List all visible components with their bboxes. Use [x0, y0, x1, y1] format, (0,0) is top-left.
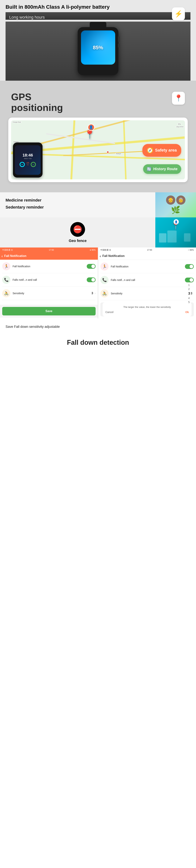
right-nav-title: Fall Notification — [103, 254, 124, 258]
reminder-image: 👴 👵 🌿 — [155, 192, 196, 217]
left-save-button[interactable]: Save — [2, 307, 95, 315]
right-time: 17:50 — [147, 249, 152, 251]
gps-icon-wrap: 📍 — [172, 92, 185, 105]
geo-fence-section: ⛔ Geo fence 📍 👤 — [0, 217, 196, 248]
right-back-arrow[interactable]: ‹ — [100, 254, 101, 258]
watch-date: WED 7/28 — [24, 158, 31, 159]
sens-num-1[interactable]: 1 — [188, 283, 190, 286]
left-nav-title: Fall Notification — [4, 254, 26, 258]
left-phone: 中国联通 令 17:50 ● 96% ‹ Fall Notification 🏃 — [0, 248, 98, 319]
fall-down-section: Save Fall down sensitivity adjustable — [0, 318, 196, 335]
sensitivity-icon: 🚴 — [2, 289, 10, 297]
geo-fence-label: Geo fence — [69, 239, 87, 243]
medicine-reminder: Medicine reminder — [5, 198, 150, 203]
popup-text: The larger the value, the lower the sens… — [105, 305, 189, 309]
right-carrier: 中国联通 令 — [101, 249, 111, 251]
right-fall-notif-label: Fall Notification — [111, 265, 185, 268]
fall-down-description: Save Fall down sensitivity adjustable — [5, 324, 191, 330]
left-sensitivity-value: 3 — [91, 291, 93, 295]
right-battery: ○ 66% — [188, 249, 194, 251]
sedentary-reminder: Sedentary reminder — [5, 205, 150, 210]
left-falls-call-item: 📞 Falls notif...n and call — [2, 273, 95, 287]
location-pin-icon: 📍 — [174, 94, 183, 102]
watch-overlay: 18:46 WED 7/28 80 118 76 24 — [13, 143, 43, 178]
working-hours-label: Long working hours — [9, 15, 45, 20]
left-fall-notif-label: Fall Notification — [12, 265, 87, 268]
geo-fence-icon: ⛔ — [73, 225, 82, 234]
right-phone: 中国联通 令 17:50 ○ 66% ‹ Fall Notification 🏃 — [98, 248, 196, 319]
watch-time: 18:46 — [23, 153, 33, 158]
battery-section: Built in 800mAh Class A li-polymer batte… — [0, 0, 196, 81]
ring-3: 24 — [31, 162, 36, 167]
right-falls-call-toggle[interactable] — [185, 278, 194, 282]
right-sensitivity-value: 3 — [191, 292, 192, 295]
history-route-button[interactable]: 🔄 History Route — [143, 164, 181, 174]
left-falls-call-label: Falls notif...n and call — [12, 278, 87, 281]
geo-text: ⛔ Geo fence — [0, 217, 155, 248]
right-fall-notif-item: 🏃 Fall Notification — [101, 260, 194, 273]
fall-notification-section: 中国联通 令 17:50 ● 96% ‹ Fall Notification 🏃 — [0, 248, 196, 319]
sensitivity-popup-overlay: The larger the value, the lower the sens… — [101, 303, 194, 316]
right-sensitivity-icon: 🚴 — [101, 289, 109, 298]
popup-cancel-button[interactable]: Cancel — [105, 311, 114, 314]
battery-icon-wrap: ⚡ — [172, 7, 185, 20]
right-falls-call-item: 📞 Falls notif...n and call — [101, 273, 194, 287]
watch-image: 85% — [66, 25, 130, 77]
right-fall-notif-icon: 🏃 — [101, 262, 109, 271]
popup-actions: Cancel Ok — [105, 311, 189, 314]
left-sensitivity-label: Sensitivity — [12, 292, 91, 295]
map-pin: 📍 — [84, 129, 95, 140]
map-user-avatar: 👤 — [88, 124, 95, 131]
right-sensitivity-label: Sensitivity — [111, 292, 191, 295]
left-carrier: 中国联通 令 — [2, 249, 13, 251]
left-battery: ● 96% — [90, 249, 95, 251]
left-falls-call-toggle[interactable] — [87, 277, 95, 282]
gps-title: GPS positioning — [11, 92, 66, 113]
left-time: 17:50 — [49, 249, 54, 251]
right-status-bar: 中国联通 令 17:50 ○ 66% — [98, 248, 196, 252]
reminder-section: Medicine reminder Sedentary reminder 👴 👵… — [0, 192, 196, 217]
geo-fence-image: 📍 👤 — [155, 217, 196, 248]
battery-title: Built in 800mAh Class A li-polymer batte… — [5, 4, 191, 10]
left-status-bar: 中国联通 令 17:50 ● 96% — [0, 248, 98, 252]
fall-detection-title-section: Fall down detection — [0, 335, 196, 354]
gps-section: GPS positioning 📍 Chenglu Road — [0, 81, 196, 192]
history-route-label: History Route — [153, 167, 177, 171]
left-notification-list: 🏃 Fall Notification 📞 Falls notif...n an… — [0, 260, 98, 305]
sens-num-3[interactable]: 3 — [188, 291, 190, 295]
left-sensitivity-item: 🚴 Sensitivity 3 › — [2, 287, 95, 300]
geo-fence-icon-circle: ⛔ — [70, 222, 85, 237]
left-fall-notif-item: 🏃 Fall Notification — [2, 260, 95, 273]
fall-notif-icon: 🏃 — [2, 262, 10, 270]
reminder-text: Medicine reminder Sedentary reminder — [0, 192, 155, 217]
history-icon: 🔄 — [147, 167, 151, 171]
right-nav-bar: ‹ Fall Notification — [98, 252, 196, 260]
right-sensitivity-item: 🚴 Sensitivity 3 1 2 3 4 5 — [101, 287, 194, 300]
sens-num-4[interactable]: 4 — [188, 297, 190, 299]
sensitivity-popup: The larger the value, the lower the sens… — [103, 303, 192, 316]
left-chevron-right: › — [95, 291, 95, 295]
safety-area-label: Safety area — [155, 148, 177, 153]
left-fall-notif-toggle[interactable] — [87, 264, 95, 269]
fall-desc-text: Save Fall down sensitivity adjustable — [5, 324, 191, 330]
bolt-icon: ⚡ — [174, 10, 183, 18]
ring-center: 118 76 — [26, 162, 30, 167]
safety-icon: 🧭 — [147, 147, 153, 153]
right-notification-list: 🏃 Fall Notification 📞 Falls notif...n an… — [98, 260, 196, 319]
right-falls-call-icon: 📞 — [101, 276, 109, 284]
map-container: Chenglu Road Qing Qing School Business A… — [8, 118, 188, 182]
left-nav-bar: ‹ Fall Notification — [0, 252, 98, 260]
left-back-arrow[interactable]: ‹ — [1, 254, 3, 258]
safety-area-button[interactable]: 🧭 Safety area — [142, 144, 181, 157]
right-falls-call-label: Falls notif...n and call — [111, 279, 185, 281]
popup-ok-button[interactable]: Ok — [185, 311, 189, 314]
fall-phones-row: 中国联通 令 17:50 ● 96% ‹ Fall Notification 🏃 — [0, 248, 196, 319]
ring-1: 80 — [20, 162, 25, 167]
fall-detection-title: Fall down detection — [0, 335, 196, 354]
falls-call-icon: 📞 — [2, 276, 10, 284]
sensitivity-number-picker[interactable]: 1 2 3 4 5 — [188, 283, 190, 303]
sens-num-2[interactable]: 2 — [188, 287, 190, 290]
right-fall-notif-toggle[interactable] — [185, 264, 194, 269]
sens-num-5[interactable]: 5 — [188, 301, 190, 303]
